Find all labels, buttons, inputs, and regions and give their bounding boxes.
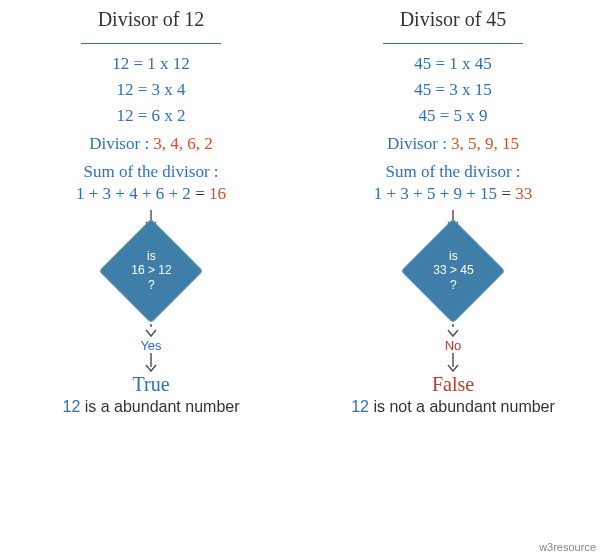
sum-total-right: 33 xyxy=(515,184,532,203)
branch-label-left: Yes xyxy=(140,338,161,353)
conclusion-text-left: is a abundant number xyxy=(80,398,239,415)
factor-45-c: 45 = 5 x 9 xyxy=(314,106,592,126)
factor-12-c: 12 = 6 x 2 xyxy=(12,106,290,126)
result-right: False xyxy=(432,373,474,396)
divisor-values-left: 3, 4, 6, 2 xyxy=(153,134,213,153)
conclusion-left: 12 is a abundant number xyxy=(12,398,290,416)
title-underline-left xyxy=(81,43,221,44)
title-right: Divisor of 45 xyxy=(383,8,523,35)
conclusion-num-right: 12 xyxy=(351,398,369,415)
flow-left: is 16 > 12 ? Yes True xyxy=(12,210,290,396)
equals-right: = xyxy=(501,184,515,203)
sum-expr-right: 1 + 3 + 5 + 9 + 15 = 33 xyxy=(314,184,592,204)
conclusion-num-left: 12 xyxy=(62,398,80,415)
decision-text-right: is 33 > 45 ? xyxy=(433,249,473,292)
conclusion-text-right: is not a abundant number xyxy=(369,398,555,415)
sum-expr-left: 1 + 3 + 4 + 6 + 2 = 16 xyxy=(12,184,290,204)
result-left: True xyxy=(132,373,169,396)
title-underline-right xyxy=(383,43,523,44)
decision-l3-left: ? xyxy=(131,278,171,292)
equals-left: = xyxy=(195,184,209,203)
factor-12-b: 12 = 3 x 4 xyxy=(12,80,290,100)
branch-label-right: No xyxy=(445,338,462,353)
diagram-container: Divisor of 12 12 = 1 x 12 12 = 3 x 4 12 … xyxy=(0,0,604,557)
title-left: Divisor of 12 xyxy=(81,8,221,35)
divisor-list-right: Divisor : 3, 5, 9, 15 xyxy=(314,134,592,154)
sum-terms-left: 1 + 3 + 4 + 6 + 2 xyxy=(76,184,191,203)
factor-45-a: 45 = 1 x 45 xyxy=(314,54,592,74)
divisor-values-right: 3, 5, 9, 15 xyxy=(451,134,519,153)
divisor-list-left: Divisor : 3, 4, 6, 2 xyxy=(12,134,290,154)
arrow-down-icon xyxy=(446,353,460,373)
divisor-label-left: Divisor : xyxy=(89,134,153,153)
decision-l1-left: is xyxy=(131,249,171,263)
decision-l2-right: 33 > 45 xyxy=(433,264,473,278)
decision-diamond-left: is 16 > 12 ? xyxy=(99,219,204,324)
col-divisor-45: Divisor of 45 45 = 1 x 45 45 = 3 x 15 45… xyxy=(302,0,604,557)
sum-label-right: Sum of the divisor : xyxy=(314,162,592,182)
conclusion-right: 12 is not a abundant number xyxy=(314,398,592,416)
decision-text-left: is 16 > 12 ? xyxy=(131,249,171,292)
sum-label-left: Sum of the divisor : xyxy=(12,162,290,182)
col-divisor-12: Divisor of 12 12 = 1 x 12 12 = 3 x 4 12 … xyxy=(0,0,302,557)
divisor-label-right: Divisor : xyxy=(387,134,451,153)
decision-l2-left: 16 > 12 xyxy=(131,264,171,278)
decision-l3-right: ? xyxy=(433,278,473,292)
factor-45-b: 45 = 3 x 15 xyxy=(314,80,592,100)
decision-diamond-right: is 33 > 45 ? xyxy=(401,219,506,324)
flow-right: is 33 > 45 ? No False xyxy=(314,210,592,396)
sum-total-left: 16 xyxy=(209,184,226,203)
factor-12-a: 12 = 1 x 12 xyxy=(12,54,290,74)
decision-l1-right: is xyxy=(433,249,473,263)
arrow-down-icon xyxy=(144,353,158,373)
watermark: w3resource xyxy=(539,541,596,553)
sum-terms-right: 1 + 3 + 5 + 9 + 15 xyxy=(374,184,497,203)
